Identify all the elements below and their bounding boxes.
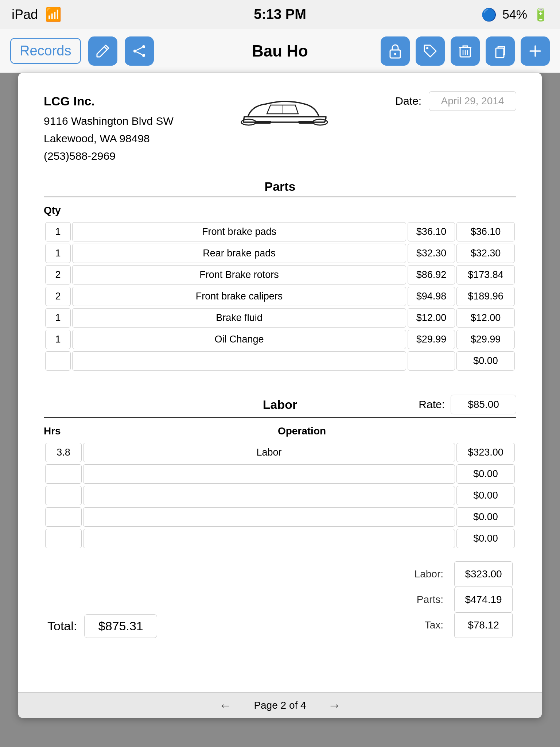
share-icon — [132, 44, 147, 58]
parts-total-row: Parts: $474.19 — [400, 587, 513, 612]
part-qty[interactable] — [45, 351, 71, 371]
labor-table: 3.8 Labor $323.00 $0.00 $0.00 $0.00 $0.0… — [44, 441, 516, 550]
prev-page-arrow[interactable]: ← — [219, 698, 232, 713]
labor-row: $0.00 — [45, 486, 515, 505]
part-price[interactable] — [408, 351, 455, 371]
part-total[interactable]: $189.96 — [456, 287, 515, 306]
nav-left: Records — [10, 36, 154, 66]
labor-total-label: Labor: — [400, 564, 443, 584]
parts-total-value: $474.19 — [454, 587, 513, 612]
part-price[interactable]: $32.30 — [408, 244, 455, 263]
tax-total-row: Tax: $78.12 — [400, 612, 513, 638]
labor-title: Labor — [201, 398, 359, 412]
part-desc[interactable]: Front Brake rotors — [72, 265, 406, 285]
labor-row: $0.00 — [45, 507, 515, 527]
part-total[interactable]: $29.99 — [456, 330, 515, 349]
page-info: Page 2 of 4 — [254, 700, 306, 711]
wifi-icon: 📶 — [45, 7, 62, 22]
svg-line-4 — [136, 52, 142, 55]
labor-hrs[interactable]: 3.8 — [45, 443, 82, 462]
labor-op[interactable] — [83, 507, 455, 527]
next-page-arrow[interactable]: → — [328, 698, 341, 713]
part-price[interactable]: $29.99 — [408, 330, 455, 349]
add-button[interactable] — [521, 36, 550, 66]
total-main: Total: $875.31 — [47, 614, 157, 638]
edit-button[interactable] — [88, 36, 117, 66]
labor-row: $0.00 — [45, 529, 515, 548]
date-label: Date: — [395, 95, 421, 107]
total-label: Total: — [47, 619, 77, 633]
part-qty[interactable]: 2 — [45, 287, 71, 306]
part-total[interactable]: $32.30 — [456, 244, 515, 263]
svg-point-0 — [142, 45, 145, 48]
labor-col-headers: Hrs Operation — [44, 425, 516, 437]
part-price[interactable]: $86.92 — [408, 265, 455, 285]
tax-label: Tax: — [400, 615, 443, 635]
trash-button[interactable] — [451, 36, 480, 66]
labor-hrs[interactable] — [45, 529, 82, 548]
part-qty[interactable]: 1 — [45, 330, 71, 349]
svg-rect-13 — [496, 48, 504, 58]
labor-amount[interactable]: $0.00 — [456, 529, 515, 548]
parts-row: 1 Front brake pads $36.10 $36.10 — [45, 222, 515, 241]
doc-header: LCG Inc. 9116 Washington Blvd SW Lakewoo… — [44, 91, 516, 165]
nav-bar: Records Bau Ho — [0, 29, 560, 73]
share-button[interactable] — [125, 36, 154, 66]
labor-amount[interactable]: $0.00 — [456, 507, 515, 527]
parts-row: $0.00 — [45, 351, 515, 371]
status-left: iPad 📶 — [12, 7, 62, 22]
part-price[interactable]: $12.00 — [408, 308, 455, 328]
part-price[interactable]: $94.98 — [408, 287, 455, 306]
parts-table: 1 Front brake pads $36.10 $36.10 1 Rear … — [44, 220, 516, 373]
date-value[interactable]: April 29, 2014 — [429, 91, 516, 111]
tag-button[interactable] — [416, 36, 445, 66]
lock-button[interactable] — [381, 36, 410, 66]
nav-right — [381, 36, 550, 66]
records-button[interactable]: Records — [10, 38, 81, 64]
part-desc[interactable]: Rear brake pads — [72, 244, 406, 263]
parts-row: 1 Brake fluid $12.00 $12.00 — [45, 308, 515, 328]
part-price[interactable]: $36.10 — [408, 222, 455, 241]
copy-button[interactable] — [486, 36, 515, 66]
part-desc[interactable]: Brake fluid — [72, 308, 406, 328]
total-value[interactable]: $875.31 — [84, 614, 157, 638]
part-qty[interactable]: 1 — [45, 244, 71, 263]
part-desc[interactable]: Front brake pads — [72, 222, 406, 241]
qty-header: Qty — [44, 205, 516, 216]
copy-icon — [493, 44, 508, 58]
part-total[interactable]: $0.00 — [456, 351, 515, 371]
part-total[interactable]: $36.10 — [456, 222, 515, 241]
part-desc[interactable]: Oil Change — [72, 330, 406, 349]
part-desc[interactable] — [72, 351, 406, 371]
car-icon — [237, 91, 332, 135]
svg-line-3 — [136, 47, 142, 50]
labor-op[interactable]: Labor — [83, 443, 455, 462]
labor-header-row: Labor Rate: $85.00 — [44, 395, 516, 414]
device-label: iPad — [12, 7, 38, 22]
labor-hrs[interactable] — [45, 486, 82, 505]
parts-row: 1 Oil Change $29.99 $29.99 — [45, 330, 515, 349]
part-total[interactable]: $173.84 — [456, 265, 515, 285]
trash-icon — [459, 44, 472, 58]
rate-value[interactable]: $85.00 — [451, 395, 516, 414]
lock-icon — [388, 43, 402, 59]
part-qty[interactable]: 2 — [45, 265, 71, 285]
labor-amount[interactable]: $0.00 — [456, 486, 515, 505]
part-total[interactable]: $12.00 — [456, 308, 515, 328]
part-desc[interactable]: Front brake calipers — [72, 287, 406, 306]
tag-icon — [423, 44, 438, 58]
labor-op[interactable] — [83, 464, 455, 484]
labor-op[interactable] — [83, 486, 455, 505]
parts-total-label: Parts: — [400, 589, 443, 610]
part-qty[interactable]: 1 — [45, 222, 71, 241]
svg-point-6 — [394, 53, 396, 55]
labor-op[interactable] — [83, 529, 455, 548]
part-qty[interactable]: 1 — [45, 308, 71, 328]
labor-amount[interactable]: $323.00 — [456, 443, 515, 462]
labor-hrs[interactable] — [45, 464, 82, 484]
labor-amount[interactable]: $0.00 — [456, 464, 515, 484]
car-logo — [174, 91, 396, 135]
labor-hrs[interactable] — [45, 507, 82, 527]
labor-total-row: Labor: $323.00 — [400, 561, 513, 587]
total-breakdown: Labor: $323.00 Parts: $474.19 Tax: $78.1… — [400, 561, 513, 638]
